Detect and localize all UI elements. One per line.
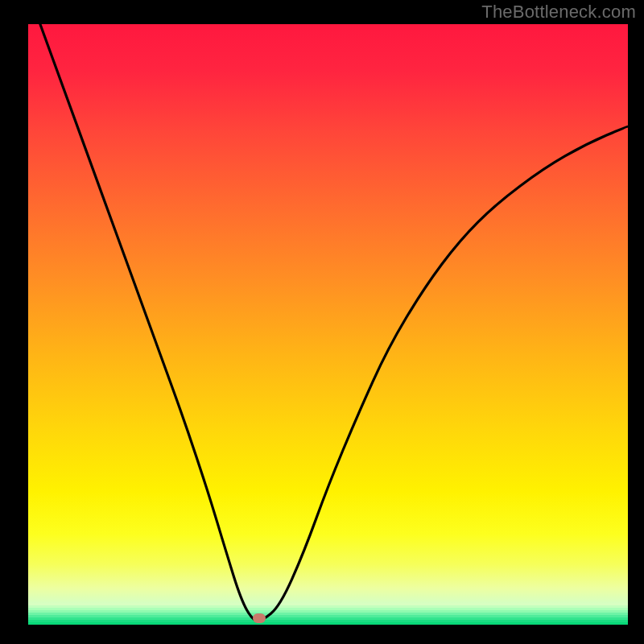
plot-area (28, 24, 628, 624)
optimum-marker (253, 613, 266, 623)
bottleneck-curve (28, 24, 628, 624)
watermark-text: TheBottleneck.com (481, 2, 636, 23)
chart-stage: TheBottleneck.com (0, 0, 644, 644)
curve-path (40, 24, 628, 621)
